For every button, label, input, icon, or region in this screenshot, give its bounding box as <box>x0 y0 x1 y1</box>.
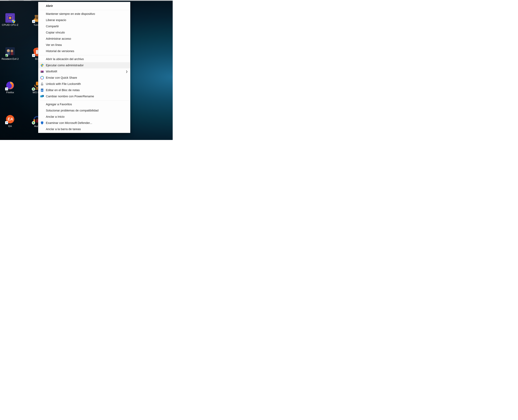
desktop-icon-ea[interactable]: EA EA <box>0 114 20 128</box>
svg-text:EA: EA <box>7 117 13 121</box>
uac-shield-icon <box>12 19 16 23</box>
shortcut-overlay-icon <box>32 20 35 23</box>
menu-item-label: Anclar a Inicio <box>46 115 65 119</box>
menu-separator <box>39 100 129 100</box>
svg-rect-55 <box>42 95 44 97</box>
uac-shield-icon <box>40 64 44 67</box>
menu-item-share[interactable]: Compartir <box>38 23 130 30</box>
unlock-icon <box>40 82 44 86</box>
shortcut-overlay-icon <box>5 87 8 90</box>
desktop-icon-label: Firefox <box>6 91 14 94</box>
menu-item-pin-taskbar[interactable]: Anclar a la barra de tareas <box>38 126 130 132</box>
svg-point-28 <box>36 17 37 17</box>
svg-rect-50 <box>41 89 43 89</box>
menu-item-label: Unlock with File Locksmith <box>46 82 81 86</box>
svg-point-15 <box>7 49 10 52</box>
menu-item-label: Ejecutar como administrador <box>46 64 84 67</box>
menu-item-label: Enviar con Quick Share <box>46 76 77 80</box>
svg-point-34 <box>32 88 34 90</box>
menu-item-quick-share[interactable]: Enviar con Quick Share <box>38 75 130 81</box>
svg-rect-56 <box>42 95 42 97</box>
menu-item-pin-start[interactable]: Anclar a Inicio <box>38 114 130 120</box>
menu-item-label: Agregar a Favoritos <box>46 103 72 106</box>
desktop-icon-resident-evil-2[interactable]: Resident Evil 2 <box>0 47 20 60</box>
svg-rect-45 <box>41 71 43 71</box>
chevron-right-icon: ❯ <box>126 70 128 73</box>
defender-shield-icon <box>41 121 44 125</box>
svg-rect-52 <box>41 90 43 90</box>
desktop-icon-label: CPUID CPU-Z <box>2 23 18 26</box>
sync-ok-icon <box>32 88 35 90</box>
menu-item-label: Mantener siempre en este dispositivo <box>46 12 95 16</box>
menu-item-label: WinRAR <box>46 70 57 73</box>
context-menu: Abrir Mantener siempre en este dispositi… <box>38 2 130 133</box>
svg-point-17 <box>11 50 13 52</box>
svg-point-30 <box>37 18 38 18</box>
winrar-icon <box>40 70 44 73</box>
menu-item-version-history[interactable]: Historial de versiones <box>38 48 130 54</box>
svg-rect-1 <box>9 17 11 19</box>
power-rename-icon <box>40 95 44 98</box>
sync-ok-icon <box>32 122 35 124</box>
desktop-icon-label: Resident Evil 2 <box>2 58 19 60</box>
menu-item-file-locksmith[interactable]: Unlock with File Locksmith <box>38 81 130 87</box>
menu-item-winrar[interactable]: WinRAR ❯ <box>38 68 130 75</box>
menu-item-copy-link[interactable]: Copiar vínculo <box>38 30 130 36</box>
menu-item-label: Solucionar problemas de compatibilidad <box>46 109 98 112</box>
menu-item-free-up-space[interactable]: Liberar espacio <box>38 17 130 23</box>
menu-item-label: Anclar a la barra de tareas <box>46 128 81 131</box>
shortcut-overlay-icon <box>32 54 35 57</box>
menu-item-label: Ver en línea <box>46 43 62 47</box>
svg-point-40 <box>32 122 34 124</box>
desktop-icon-label: EA <box>8 125 12 128</box>
svg-point-48 <box>42 84 42 85</box>
desktop-icon-firefox[interactable]: Firefox <box>0 81 20 94</box>
menu-item-label: Liberar espacio <box>46 18 66 22</box>
menu-item-run-as-admin[interactable]: Ejecutar como administrador <box>38 62 130 68</box>
svg-point-20 <box>6 55 7 57</box>
menu-item-label: Abrir la ubicación del archivo <box>46 57 84 61</box>
menu-item-label: Cambiar nombre con PowerRename <box>46 95 94 98</box>
desktop-icon-cpuid-cpu-z[interactable]: CPUID CPU-Z <box>0 13 20 26</box>
menu-item-edit-notepad[interactable]: Editar en el Bloc de notas <box>38 87 130 93</box>
sync-ok-icon <box>5 54 7 57</box>
window-top-strip <box>0 0 173 1</box>
svg-rect-18 <box>11 52 13 55</box>
svg-rect-44 <box>41 72 43 72</box>
quickshare-icon <box>40 76 44 80</box>
desktop[interactable]: CPUID CPU-Z Resident Evil 2 <box>0 0 173 140</box>
menu-item-compat-troubleshoot[interactable]: Solucionar problemas de compatibilidad <box>38 107 130 114</box>
svg-rect-43 <box>41 72 42 72</box>
menu-item-label: Compartir <box>46 25 59 28</box>
menu-item-view-online[interactable]: Ver en línea <box>38 42 130 48</box>
menu-item-manage-access[interactable]: Administrar acceso <box>38 36 130 42</box>
shortcut-overlay-icon <box>5 121 8 124</box>
menu-item-open[interactable]: Abrir <box>38 3 130 9</box>
menu-item-power-rename[interactable]: Cambiar nombre con PowerRename <box>38 93 130 99</box>
menu-item-label: Editar en el Bloc de notas <box>46 88 80 92</box>
menu-item-label: Abrir <box>46 4 53 8</box>
svg-rect-31 <box>36 82 38 86</box>
menu-item-open-file-location[interactable]: Abrir la ubicación del archivo <box>38 56 130 62</box>
menu-item-label: Copiar vínculo <box>46 31 65 34</box>
menu-item-label: Administrar acceso <box>46 37 71 40</box>
menu-item-label: Historial de versiones <box>46 49 74 53</box>
menu-item-defender-scan[interactable]: Examinar con Microsoft Defender... <box>38 120 130 126</box>
menu-item-label: Examinar con Microsoft Defender... <box>46 121 92 125</box>
svg-rect-53 <box>41 91 42 91</box>
notepad-icon <box>40 88 44 92</box>
menu-item-add-favorites[interactable]: Agregar a Favoritos <box>38 101 130 107</box>
svg-rect-51 <box>41 90 43 90</box>
menu-item-keep-on-device[interactable]: Mantener siempre en este dispositivo <box>38 11 130 17</box>
svg-point-26 <box>35 15 36 16</box>
